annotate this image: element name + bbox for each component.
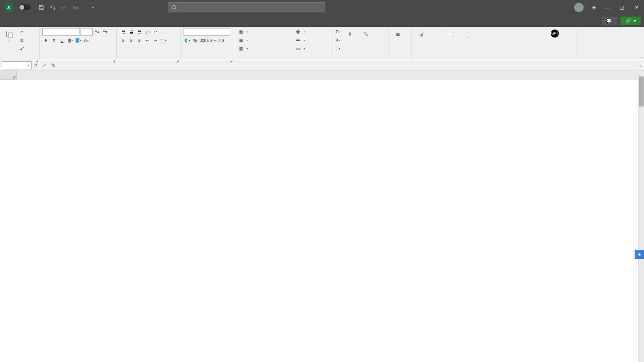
fill-color-icon[interactable]: 🪣▾ — [74, 37, 82, 44]
alignment-group-label: ◢ — [119, 59, 177, 59]
font-size-input[interactable] — [80, 28, 93, 36]
format-painter-icon[interactable]: 🖌 — [18, 45, 25, 52]
name-box[interactable]: ▾ — [2, 61, 32, 69]
fill-icon[interactable]: ⬇▾ — [334, 37, 341, 44]
font-color-icon[interactable]: A▾ — [83, 37, 90, 44]
comma-icon[interactable]: 000 — [199, 37, 207, 44]
cut-icon[interactable]: ✂ — [18, 28, 25, 36]
pdf-icon: 📄 — [447, 29, 456, 39]
minimize-button[interactable]: — — [600, 0, 614, 15]
worksheet-grid[interactable]: ✦ — [0, 70, 644, 362]
styles-group-label — [237, 59, 288, 59]
copy-icon[interactable]: ⧉ — [18, 37, 25, 44]
conditional-formatting-button[interactable]: ▦▾ — [237, 28, 249, 36]
decrease-font-icon[interactable]: A▾ — [101, 28, 109, 36]
number-format-select[interactable] — [183, 28, 230, 36]
data-analysis-button[interactable]: 📊 — [415, 28, 428, 41]
delete-cells-button[interactable]: ➖▾ — [294, 37, 306, 44]
camera-icon[interactable] — [71, 3, 80, 12]
autosave-toggle[interactable] — [19, 4, 31, 10]
pdf-outlook-button[interactable]: 📄 — [460, 28, 474, 41]
wrap-text-icon[interactable]: ↩ — [152, 28, 159, 36]
undo-icon[interactable] — [48, 3, 57, 12]
cell-styles-icon: ▦ — [238, 46, 244, 51]
diamond-icon[interactable]: ◈ — [590, 3, 598, 12]
share-button[interactable]: 🔗 ▾ — [621, 17, 641, 25]
decrease-indent-icon[interactable]: ⇤ — [144, 37, 151, 44]
paste-icon — [5, 29, 14, 39]
addins-icon: ▦ — [393, 29, 402, 39]
save-icon[interactable] — [37, 3, 46, 12]
cond-format-icon: ▦ — [238, 29, 244, 35]
analysis-icon: 📊 — [417, 29, 426, 39]
ribbon: ▾ ✂ ⧉ 🖌 ◢ A▴ A▾ F K U ▦▾ 🪣▾ A — [0, 27, 644, 60]
comments-button[interactable]: 💬 — [602, 17, 617, 25]
editing-group-label — [334, 59, 385, 59]
svg-point-2 — [172, 5, 175, 9]
pdf-links-button[interactable]: 📄 — [445, 28, 458, 41]
maximize-button[interactable]: ▢ — [614, 0, 629, 15]
svg-line-3 — [175, 8, 176, 10]
increase-indent-icon[interactable]: ⇥ — [152, 37, 159, 44]
addins-button[interactable]: ▦ — [391, 28, 405, 41]
font-group-label: ◢ — [42, 59, 114, 59]
border-icon[interactable]: ▦▾ — [66, 37, 74, 44]
select-all-button[interactable] — [0, 70, 17, 80]
excel-icon: X — [5, 3, 13, 11]
align-middle-icon[interactable]: ⬓ — [127, 28, 135, 36]
align-right-icon[interactable]: ≡ — [136, 37, 143, 44]
align-left-icon[interactable]: ≡ — [119, 37, 127, 44]
acrobat-group-label — [445, 59, 543, 59]
vertical-scrollbar[interactable] — [638, 70, 644, 362]
align-bottom-icon[interactable]: ⬒ — [136, 28, 143, 36]
filename-caret-icon[interactable]: ▾ — [92, 5, 94, 10]
gpt-icon: GPT — [551, 29, 559, 38]
close-button[interactable]: ✕ — [629, 0, 644, 15]
clear-icon[interactable]: ◇▾ — [334, 45, 341, 52]
sort-filter-button[interactable]: ⇅ — [343, 28, 357, 41]
merge-icon[interactable]: ⬚▾ — [160, 37, 167, 44]
fx-icon[interactable]: fx — [49, 61, 58, 70]
percent-icon[interactable]: % — [191, 37, 199, 44]
svg-rect-0 — [73, 6, 78, 9]
cell-styles-button[interactable]: ▦▾ — [237, 45, 249, 52]
table-format-icon: ▦ — [238, 38, 244, 43]
align-center-icon[interactable]: ≡ — [127, 37, 135, 44]
collapse-ribbon-icon[interactable]: ⌵ — [640, 55, 642, 59]
currency-icon[interactable]: 💲▾ — [183, 37, 191, 44]
align-top-icon[interactable]: ⬒ — [119, 28, 127, 36]
italic-icon[interactable]: K — [50, 37, 58, 44]
autosum-icon[interactable]: Σ▾ — [334, 28, 341, 36]
find-select-button[interactable]: 🔍 — [359, 28, 372, 41]
cells-group-label — [294, 59, 328, 59]
formula-bar: ▾ ✕ ✓ fx ⌵ — [0, 60, 644, 70]
search-icon — [171, 5, 177, 10]
paste-button[interactable]: ▾ — [3, 28, 16, 44]
format-as-table-button[interactable]: ▦▾ — [237, 37, 249, 44]
bold-icon[interactable]: F — [42, 37, 50, 44]
decrease-decimal-icon[interactable]: ←.00 — [215, 37, 223, 44]
addins-group-label — [391, 59, 409, 59]
svg-point-1 — [75, 7, 76, 8]
copilot-side-icon[interactable]: ✦ — [635, 250, 644, 259]
ribbon-tabs: 💬 🔗 ▾ — [0, 15, 644, 27]
font-name-input[interactable] — [42, 28, 80, 36]
increase-decimal-icon[interactable]: .00→ — [207, 37, 215, 44]
chatgpt-button[interactable]: GPT — [549, 28, 561, 40]
orientation-icon[interactable]: ⭯▾ — [144, 28, 151, 36]
insert-cells-button[interactable]: ➕▾ — [294, 28, 306, 36]
expand-formula-icon[interactable]: ⌵ — [637, 63, 644, 68]
insert-cells-icon: ➕ — [295, 29, 301, 35]
format-cells-button[interactable]: ▭▾ — [294, 45, 306, 52]
redo-icon[interactable] — [60, 3, 68, 12]
avatar[interactable] — [574, 3, 584, 12]
number-group-label: ◢ — [183, 59, 231, 59]
sort-filter-icon: ⇅ — [345, 29, 355, 39]
underline-icon[interactable]: U — [58, 37, 66, 44]
increase-font-icon[interactable]: A▴ — [93, 28, 101, 36]
pdf-outlook-icon: 📄 — [462, 29, 472, 39]
clipboard-group-label: ◢ — [3, 59, 37, 59]
search-box[interactable] — [168, 2, 325, 12]
svg-rect-5 — [8, 33, 12, 38]
enter-formula-icon[interactable]: ✓ — [40, 61, 49, 70]
